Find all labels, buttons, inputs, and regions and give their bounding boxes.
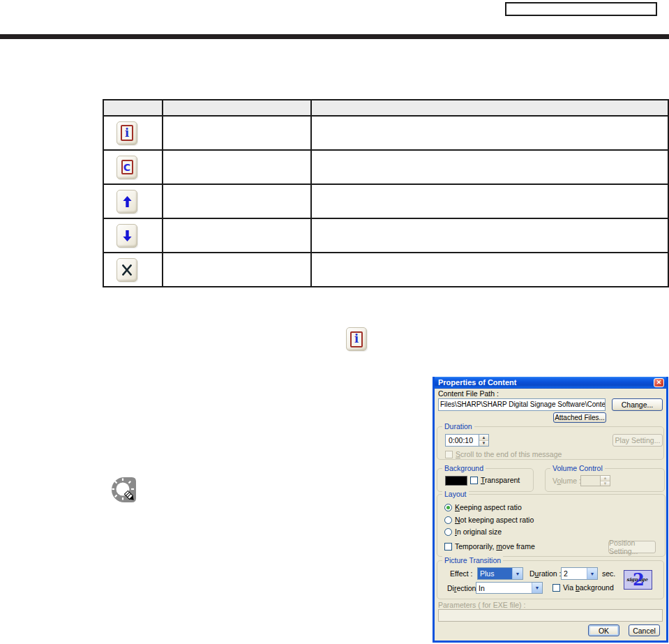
picture-transition-group: Picture Transition Effect : Plus ▼ Durat… <box>437 560 664 599</box>
spin-down-icon: ▼ <box>601 481 610 486</box>
col-header-name <box>163 100 311 116</box>
col-header-function <box>311 100 668 116</box>
down-arrow-button-icon <box>116 224 137 248</box>
transition-duration-label: Duration : <box>529 569 562 578</box>
sec-label: sec. <box>602 569 615 578</box>
table-row <box>103 218 668 253</box>
scroll-checkbox: Scroll to the end of this message <box>445 450 562 458</box>
play-setting-button: Play Setting... <box>612 434 663 447</box>
table-row <box>103 184 668 218</box>
chevron-down-icon[interactable]: ▼ <box>512 568 523 579</box>
ok-button[interactable]: OK <box>588 624 619 636</box>
not-keeping-aspect-ratio-radio[interactable]: Not keeping aspect ratio <box>444 516 534 524</box>
via-background-checkbox[interactable]: Via background <box>553 583 614 592</box>
inline-info-button-icon: i <box>346 327 367 351</box>
direction-value: In <box>476 583 532 593</box>
lightbulb-tip-icon <box>111 476 137 504</box>
attached-files-button[interactable]: Attached Files... <box>553 412 606 423</box>
chevron-down-icon[interactable]: ▼ <box>587 568 597 579</box>
table-header-row <box>103 100 668 116</box>
table-row: i <box>103 116 668 150</box>
cell-name <box>163 184 311 218</box>
col-header-icon <box>103 100 163 116</box>
duration-spinner[interactable]: 0:00:10 ▲▼ <box>445 434 489 447</box>
preview-number: 2 <box>633 570 645 590</box>
cell-name <box>163 116 311 150</box>
checkbox-icon[interactable] <box>444 543 452 551</box>
cell-function <box>311 218 668 253</box>
table-row: C <box>103 150 668 184</box>
change-button[interactable]: Change... <box>612 398 663 411</box>
info-button-icon: i <box>116 121 137 145</box>
radio-icon[interactable] <box>444 528 452 536</box>
layout-group: Layout Keeping aspect ratio Not keeping … <box>437 494 666 557</box>
duration-value[interactable]: 0:00:10 <box>445 434 479 447</box>
cell-name <box>163 218 311 253</box>
x-button-icon <box>116 258 137 282</box>
cancel-button[interactable]: Cancel <box>629 624 660 636</box>
cell-function <box>311 253 668 287</box>
background-group-caption: Background <box>442 464 486 472</box>
table-row <box>103 253 668 287</box>
c-button-icon: C <box>116 156 137 179</box>
checkbox-icon <box>445 451 453 458</box>
cell-function <box>311 150 668 184</box>
transition-duration-combobox[interactable]: 2 ▼ <box>561 567 598 580</box>
parameters-field <box>438 609 663 622</box>
checkbox-icon[interactable] <box>470 477 478 484</box>
volume-label: Volume : <box>553 477 581 485</box>
cell-name <box>163 150 311 184</box>
position-setting-button: Position Setting... <box>608 541 656 553</box>
background-group: Background Transparent <box>437 468 534 492</box>
cell-name <box>163 253 311 287</box>
transition-duration-value: 2 <box>562 568 587 579</box>
volume-control-group: Volume Control Volume : ▲▼ <box>545 468 665 492</box>
radio-icon[interactable] <box>444 504 452 511</box>
direction-combobox[interactable]: In ▼ <box>476 582 543 594</box>
chevron-down-icon[interactable]: ▼ <box>532 583 542 593</box>
spin-up-icon: ▲ <box>601 476 610 481</box>
page-number-box <box>505 2 657 16</box>
transparent-checkbox[interactable]: Transparent <box>470 476 520 484</box>
radio-icon[interactable] <box>444 516 452 524</box>
header-rule <box>0 34 669 39</box>
effect-value: Plus <box>478 568 512 579</box>
transition-preview-thumbnail: signage 2 <box>624 570 652 590</box>
duration-group-caption: Duration <box>442 422 474 430</box>
up-arrow-button-icon <box>116 190 137 214</box>
transition-group-caption: Picture Transition <box>442 556 503 564</box>
checkbox-icon[interactable] <box>553 584 560 592</box>
content-file-path-label: Content File Path : <box>438 389 499 398</box>
properties-of-content-dialog: Properties of Content ✕ Content File Pat… <box>433 377 668 643</box>
layout-group-caption: Layout <box>442 490 469 498</box>
in-original-size-radio[interactable]: In original size <box>444 527 502 536</box>
volume-spinner: ▲▼ <box>580 475 610 486</box>
icon-reference-table: i C <box>103 99 669 287</box>
duration-group: Duration 0:00:10 ▲▼ Play Setting... Scro… <box>437 426 664 460</box>
keeping-aspect-ratio-radio[interactable]: Keeping aspect ratio <box>444 503 522 511</box>
effect-combobox[interactable]: Plus ▼ <box>477 567 523 580</box>
content-file-path-field[interactable]: Files\SHARP\SHARP Digital Signage Softwa… <box>438 398 606 411</box>
dialog-titlebar[interactable]: Properties of Content <box>435 377 666 389</box>
spin-up-icon[interactable]: ▲ <box>479 435 488 441</box>
close-icon[interactable]: ✕ <box>654 378 664 387</box>
cell-function <box>311 184 668 218</box>
background-color-swatch[interactable] <box>445 476 467 486</box>
cell-function <box>311 116 668 150</box>
effect-label: Effect : <box>450 569 473 578</box>
volume-value <box>580 475 600 486</box>
volume-group-caption: Volume Control <box>550 464 605 472</box>
move-frame-checkbox[interactable]: Temporarily, move frame <box>444 542 535 551</box>
spin-down-icon[interactable]: ▼ <box>479 441 488 447</box>
parameters-label: Parameters ( for EXE file) : <box>438 601 525 609</box>
